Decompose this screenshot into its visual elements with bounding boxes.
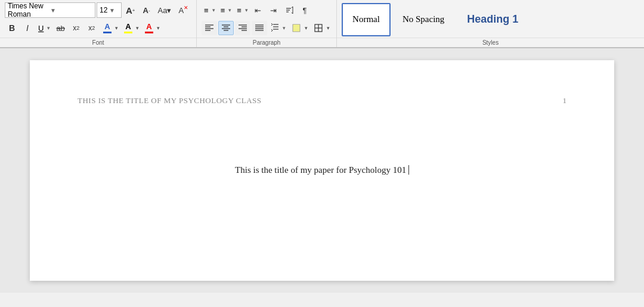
styles-content: Normal No Spacing Heading 1 (337, 0, 644, 36)
paragraph-section: ≡ ▾ ≡ ▾ ≡ ▾ ⇤ ⇥ (197, 0, 337, 47)
font-section: Times New Roman ▼ 12 ▼ A+ A- Aa▾ A✕ B I (0, 0, 197, 47)
font-name-value: Times New Roman (8, 2, 50, 18)
font-row2: B I U ▾ ab x2 x2 A ▾ (5, 20, 191, 36)
bullets-arrow: ▾ (210, 6, 216, 14)
numbering-button[interactable]: ≡ ▾ (218, 2, 234, 18)
numbering-icon: ≡ (219, 5, 227, 16)
shading-wrapper: ▾ (289, 20, 309, 36)
font-color-button[interactable]: A (101, 20, 114, 36)
font-color-dropdown[interactable]: ▾ (114, 20, 119, 36)
font-size-selector[interactable]: 12 ▼ (97, 2, 122, 18)
font-name-arrow: ▼ (50, 7, 92, 14)
change-case-button[interactable]: Aa▾ (155, 2, 175, 18)
font-row1: Times New Roman ▼ 12 ▼ A+ A- Aa▾ A✕ (5, 2, 191, 18)
shading-dropdown[interactable]: ▾ (304, 20, 309, 36)
highlight-color-bar (124, 32, 132, 33)
shading-button[interactable] (289, 20, 304, 36)
sort-button[interactable] (282, 2, 296, 18)
align-center-button[interactable] (218, 21, 234, 35)
increase-indent-button[interactable]: ⇥ (267, 2, 281, 18)
clear-format-icon: A (178, 6, 184, 15)
page-header-title: THIS IS THE TITLE OF MY PSYCHOLOGY CLASS (78, 96, 262, 106)
borders-dropdown[interactable]: ▾ (326, 20, 331, 36)
text-color-wrapper: A ▾ (142, 20, 162, 36)
document-area: THIS IS THE TITLE OF MY PSYCHOLOGY CLASS… (0, 48, 644, 293)
multilevel-button[interactable]: ≡ ▾ (234, 2, 250, 18)
line-spacing-icon (269, 21, 281, 35)
ribbon: Times New Roman ▼ 12 ▼ A+ A- Aa▾ A✕ B I (0, 0, 644, 48)
font-color-wrapper: A ▾ (100, 20, 120, 36)
font-name-selector[interactable]: Times New Roman ▼ (5, 2, 95, 18)
page-number: 1 (563, 96, 567, 106)
highlight-dropdown[interactable]: ▾ (135, 20, 140, 36)
normal-style-button[interactable]: Normal (342, 3, 391, 36)
page-header: THIS IS THE TITLE OF MY PSYCHOLOGY CLASS… (78, 96, 566, 106)
clear-formatting-button[interactable]: A✕ (175, 2, 191, 18)
text-color-bar (145, 32, 153, 33)
text-color-letter: A (146, 23, 151, 31)
font-size-arrow: ▼ (109, 7, 119, 14)
bullets-icon: ≡ (202, 5, 210, 16)
superscript-button[interactable]: x2 (85, 20, 99, 36)
bullets-button[interactable]: ≡ ▾ (202, 2, 217, 18)
line-spacing-button[interactable]: ▾ (268, 20, 287, 36)
align-right-button[interactable] (235, 21, 250, 35)
para-row2: ▾ ▾ ▾ (202, 20, 332, 36)
text-cursor (406, 165, 409, 175)
body-text: This is the title of my paper for Psycho… (235, 165, 409, 175)
grow-font-button[interactable]: A+ (123, 2, 138, 18)
line-spacing-arrow: ▾ (281, 24, 287, 32)
numbering-arrow: ▾ (227, 6, 233, 14)
font-section-label: Font (0, 38, 196, 47)
borders-button[interactable] (311, 20, 326, 36)
align-left-button[interactable] (202, 21, 217, 35)
italic-button[interactable]: I (20, 20, 35, 36)
underline-icon: U (36, 23, 45, 34)
underline-button[interactable]: U ▾ (36, 20, 52, 36)
strikethrough-button[interactable]: ab (53, 20, 67, 36)
font-color-bar (103, 32, 112, 33)
highlight-button[interactable]: A (122, 20, 135, 36)
show-paragraph-button[interactable]: ¶ (298, 2, 312, 18)
bold-button[interactable]: B (5, 20, 19, 36)
styles-section: Normal No Spacing Heading 1 Styles (337, 0, 644, 47)
font-color-letter: A (104, 23, 110, 31)
decrease-indent-button[interactable]: ⇤ (251, 2, 265, 18)
no-spacing-style-button[interactable]: No Spacing (392, 3, 455, 36)
para-row1: ≡ ▾ ≡ ▾ ≡ ▾ ⇤ ⇥ (202, 2, 332, 18)
text-color-button[interactable]: A (143, 20, 156, 36)
borders-wrapper: ▾ (311, 20, 332, 36)
underline-arrow: ▾ (45, 24, 51, 32)
text-color-dropdown[interactable]: ▾ (156, 20, 161, 36)
font-size-value: 12 (100, 6, 109, 14)
styles-section-label: Styles (337, 38, 644, 47)
document-page: THIS IS THE TITLE OF MY PSYCHOLOGY CLASS… (30, 60, 614, 281)
multilevel-icon: ≡ (235, 5, 243, 16)
heading1-style-button[interactable]: Heading 1 (456, 3, 529, 36)
justify-button[interactable] (252, 21, 267, 35)
shrink-font-button[interactable]: A- (140, 2, 154, 18)
multilevel-arrow: ▾ (243, 6, 249, 14)
subscript-button[interactable]: x2 (69, 20, 83, 36)
highlight-wrapper: A ▾ (121, 20, 141, 36)
paragraph-section-label: Paragraph (197, 38, 336, 47)
highlight-letter: A (125, 23, 131, 31)
page-body[interactable]: This is the title of my paper for Psycho… (78, 165, 566, 175)
